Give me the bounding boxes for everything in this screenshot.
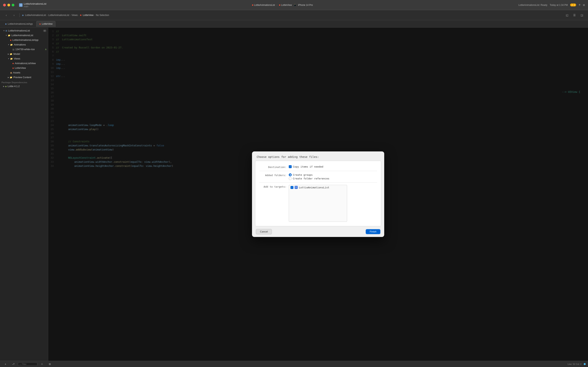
status-indicator bbox=[584, 363, 586, 365]
sidebar-item-lottie[interactable]: ▶ ◈ Lottie 4.1.2 bbox=[0, 84, 48, 89]
sidebar-label-lottieanimationslist-root: LottieAnimationsList bbox=[8, 29, 30, 32]
git-button[interactable]: ⎇ bbox=[10, 361, 16, 367]
sidebar-item-rice[interactable]: ▤ 134730-white-rice A bbox=[0, 47, 48, 52]
tab-bar: ■ LottieAnimationsListApp ■ LottieView bbox=[0, 20, 588, 28]
console-button[interactable]: ▤ bbox=[47, 361, 53, 367]
finish-button[interactable]: Finish bbox=[366, 229, 380, 234]
folder-icon-views: 📁 bbox=[10, 58, 13, 60]
warning-info-button[interactable]: ⚠ bbox=[39, 361, 45, 367]
sidebar-label-animations: Animations bbox=[14, 43, 26, 46]
project-info: ◫ LottieAnimationsList main bbox=[19, 2, 46, 8]
swift-icon-lottieview: ■ bbox=[12, 67, 14, 69]
breadcrumb-target[interactable]: LottieAnimationsList bbox=[48, 14, 69, 17]
chevron-down-icon-views: ▼ bbox=[8, 58, 9, 60]
toolbar: ‹ › ◈ LottieAnimationsList › LottieAnima… bbox=[0, 10, 588, 20]
chevron-right-icon-lottie: ▶ bbox=[3, 85, 4, 87]
dialog-destination-row: Destination: ✓ Copy items if needed bbox=[255, 164, 381, 170]
layout-button[interactable]: ⊞ bbox=[583, 4, 585, 6]
dialog: Choose options for adding these files: D… bbox=[252, 151, 384, 237]
dialog-targets-label: Add to targets: bbox=[259, 185, 286, 188]
chevron-down-icon-anim: ▼ bbox=[8, 44, 9, 46]
fullscreen-button[interactable] bbox=[12, 4, 14, 6]
create-groups-radio[interactable] bbox=[289, 173, 292, 176]
dialog-destination-label: Destination: bbox=[259, 165, 286, 168]
dialog-create-references: Create folder references bbox=[289, 177, 329, 180]
cancel-button[interactable]: Cancel bbox=[256, 229, 272, 234]
add-file-button[interactable]: + bbox=[2, 361, 8, 367]
dialog-divider-2 bbox=[259, 182, 377, 183]
project-icon: ◫ bbox=[19, 3, 23, 7]
sidebar-label-animationslistview: AnimationsListView bbox=[15, 62, 36, 65]
add-button[interactable]: + bbox=[579, 3, 581, 7]
chevron-down-icon: ▼ bbox=[3, 30, 5, 32]
breadcrumb-views[interactable]: Views bbox=[72, 14, 78, 17]
asset-icon: ▣ bbox=[10, 72, 12, 74]
sidebar-item-preview[interactable]: ▶ 📁 Preview Content bbox=[0, 75, 48, 80]
bottom-bar-right: Line: 52 Col: 2 bbox=[568, 363, 586, 365]
swift-icon-animlist: ■ bbox=[12, 62, 14, 65]
dialog-destination-controls: ✓ Copy items if needed bbox=[289, 165, 323, 168]
title-bar-right: LottieAnimationsList: Ready Today at 1:3… bbox=[518, 3, 585, 7]
dialog-folders-label: Added folders: bbox=[259, 173, 286, 177]
tab-lottieanimationslist[interactable]: ■ LottieAnimationsList bbox=[252, 4, 275, 6]
sidebar-label-views: Views bbox=[14, 57, 20, 60]
tab-lottieanimationslist-app[interactable]: ■ LottieAnimationsListApp bbox=[2, 21, 36, 27]
sidebar-item-animations[interactable]: ▼ 📁 Animations bbox=[0, 42, 48, 47]
sidebar-item-assets[interactable]: ▣ Assets bbox=[0, 70, 48, 75]
dialog-header: Choose options for adding these files: bbox=[252, 151, 384, 161]
sidebar-item-root[interactable]: ▼ ⊞ LottieAnimationsList M bbox=[0, 28, 48, 33]
sidebar-item-lottieanimationslist[interactable]: ▼ 📁 LottieAnimationsList bbox=[0, 33, 48, 38]
split-left-button[interactable]: ◱ bbox=[564, 12, 570, 18]
project-title: LottieAnimationsList bbox=[24, 2, 46, 5]
target-checkmark-icon: ✓ bbox=[291, 186, 293, 189]
filter-input[interactable]: ⌕ Filter bbox=[18, 362, 37, 366]
tab-lottieview[interactable]: ■ LottieView bbox=[279, 4, 292, 6]
search-icon: ⌕ bbox=[20, 363, 21, 365]
project-branch: main bbox=[24, 5, 46, 8]
breadcrumb-lottieview[interactable]: ■ LottieView bbox=[80, 14, 93, 17]
back-button[interactable]: ‹ bbox=[3, 12, 9, 18]
traffic-lights bbox=[3, 4, 14, 6]
build-status: LottieAnimationsList: Ready bbox=[518, 4, 547, 6]
copy-items-checkbox[interactable]: ✓ bbox=[289, 165, 292, 168]
sidebar-item-views[interactable]: ▼ 📁 Views bbox=[0, 56, 48, 61]
dialog-body: Destination: ✓ Copy items if needed bbox=[255, 161, 381, 226]
sidebar: ▼ ⊞ LottieAnimationsList M ▼ 📁 LottieAni… bbox=[0, 28, 48, 361]
chevron-down-icon-2: ▼ bbox=[5, 34, 7, 36]
dialog-folders-controls: Create groups Create folder references bbox=[289, 173, 329, 180]
breadcrumb-chevron: › bbox=[277, 3, 277, 6]
copy-items-label: Copy items if needed bbox=[293, 165, 323, 168]
warning-badge[interactable]: ⚠ 1 bbox=[570, 3, 576, 6]
targets-box: ✓ A LottieAnimationsList bbox=[289, 185, 347, 222]
main-layout: ▼ ⊞ LottieAnimationsList M ▼ 📁 LottieAni… bbox=[0, 28, 588, 361]
device-icon: 📱 bbox=[294, 3, 296, 6]
tab-lottieview-active[interactable]: ■ LottieView bbox=[36, 21, 55, 27]
package-icon: ◈ bbox=[5, 85, 7, 88]
folder-icon-2: 📁 bbox=[8, 34, 10, 37]
sidebar-item-model[interactable]: ▶ 📁 Model bbox=[0, 52, 48, 56]
build-time: Today at 1:34 PM bbox=[550, 4, 568, 6]
chevron-right-icon-model: ▶ bbox=[8, 53, 9, 55]
sidebar-item-app[interactable]: ■ LottieAnimationsListApp bbox=[0, 38, 48, 42]
breadcrumb-no-selection[interactable]: No Selection bbox=[96, 14, 109, 17]
line-col: Line: 52 Col: 2 bbox=[568, 363, 581, 365]
target-row: ✓ A LottieAnimationsList bbox=[289, 185, 347, 190]
swift-file-icon: ■ bbox=[279, 4, 280, 6]
title-bar: ◫ LottieAnimationsList main ■ LottieAnim… bbox=[0, 0, 588, 10]
sidebar-item-lottieview[interactable]: ■ LottieView bbox=[0, 66, 48, 70]
breadcrumb-project[interactable]: ◈ LottieAnimationsList bbox=[22, 14, 46, 17]
inspector-button[interactable]: ◲ bbox=[579, 12, 585, 18]
file-icon-rice: ▤ bbox=[12, 48, 14, 51]
dialog-create-groups: Create groups bbox=[289, 173, 329, 176]
forward-button[interactable]: › bbox=[11, 12, 17, 18]
close-button[interactable] bbox=[3, 4, 6, 6]
device-name: iPhone 14 Pro bbox=[298, 4, 313, 6]
dialog-targets-row: Add to targets: ✓ A LottieAnimationsList bbox=[255, 184, 381, 223]
sidebar-label-assets: Assets bbox=[13, 71, 20, 74]
title-bar-center: ■ LottieAnimationsList › ■ LottieView 📱 … bbox=[49, 3, 516, 6]
sidebar-item-animationslist[interactable]: ■ AnimationsListView bbox=[0, 61, 48, 66]
list-button[interactable]: ☰ bbox=[571, 12, 578, 18]
minimize-button[interactable] bbox=[7, 4, 10, 6]
target-checkbox[interactable]: ✓ bbox=[291, 186, 294, 189]
create-refs-radio[interactable] bbox=[289, 177, 292, 180]
